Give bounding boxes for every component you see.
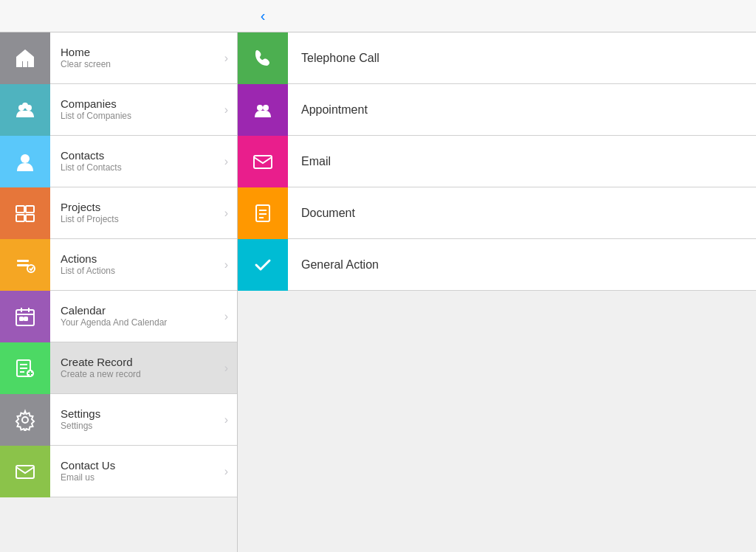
- sidebar: Home Clear screen › Companies List of Co…: [0, 32, 238, 552]
- sidebar-chevron-contact-us: ›: [224, 465, 228, 478]
- sidebar-item-companies[interactable]: Companies List of Companies ›: [0, 84, 237, 136]
- action-label-telephone-call: Telephone Call: [288, 52, 379, 65]
- sidebar-title-actions: Actions: [61, 252, 217, 266]
- sidebar-subtitle-contact-us: Email us: [61, 472, 217, 484]
- svg-rect-5: [16, 206, 24, 213]
- main-layout: Home Clear screen › Companies List of Co…: [0, 32, 756, 552]
- sidebar-item-projects[interactable]: Projects List of Projects ›: [0, 187, 237, 239]
- sidebar-item-actions[interactable]: Actions List of Actions ›: [0, 239, 237, 291]
- sidebar-subtitle-home: Clear screen: [61, 59, 217, 71]
- sidebar-text-create-record: Create Record Create a new record: [50, 355, 224, 381]
- back-button-container[interactable]: ‹: [238, 9, 289, 23]
- sidebar-text-contact-us: Contact Us Email us: [50, 458, 224, 484]
- action-item-telephone-call[interactable]: Telephone Call: [238, 32, 756, 84]
- appointment-icon: [238, 84, 288, 136]
- svg-rect-16: [20, 317, 23, 320]
- projects-icon: [0, 187, 50, 239]
- svg-rect-6: [16, 215, 24, 221]
- svg-point-3: [22, 103, 28, 108]
- sidebar-title-settings: Settings: [61, 407, 217, 421]
- sidebar-item-create-record[interactable]: Create Record Create a new record ›: [0, 342, 237, 394]
- svg-point-4: [21, 154, 30, 163]
- svg-point-27: [257, 105, 263, 111]
- sidebar-text-contacts: Contacts List of Contacts: [50, 148, 224, 174]
- sidebar-subtitle-settings: Settings: [61, 421, 217, 432]
- svg-point-11: [27, 265, 35, 272]
- email-icon: [0, 446, 50, 497]
- sidebar-title-companies: Companies: [61, 97, 217, 111]
- svg-rect-29: [254, 156, 272, 168]
- svg-rect-17: [24, 317, 27, 320]
- calendar-icon: [0, 291, 50, 342]
- back-chevron-icon: ‹: [261, 8, 266, 23]
- action-item-appointment[interactable]: Appointment: [238, 84, 756, 136]
- sidebar-text-actions: Actions List of Actions: [50, 252, 224, 277]
- sidebar-text-projects: Projects List of Projects: [50, 200, 224, 226]
- sidebar-text-calendar: Calendar Your Agenda And Calendar: [50, 303, 224, 329]
- sidebar-chevron-projects: ›: [224, 207, 228, 220]
- content-area: Telephone Call Appointment Email Documen…: [238, 32, 756, 552]
- checkmark-icon: [238, 239, 288, 291]
- document-icon: [238, 187, 288, 239]
- actions-icon: [0, 239, 50, 291]
- app-header: ‹: [0, 0, 756, 32]
- companies-icon: [0, 84, 50, 136]
- action-item-document[interactable]: Document: [238, 187, 756, 239]
- sidebar-chevron-calendar: ›: [224, 310, 228, 323]
- phone-icon: [238, 32, 288, 84]
- action-item-general-action[interactable]: General Action: [238, 239, 756, 291]
- svg-point-28: [263, 105, 269, 111]
- action-label-general-action: General Action: [288, 258, 379, 272]
- create-icon: [0, 342, 50, 394]
- email-icon: [238, 136, 288, 187]
- svg-point-25: [22, 417, 28, 423]
- action-label-appointment: Appointment: [288, 103, 368, 117]
- action-label-document: Document: [288, 207, 355, 220]
- settings-icon: [0, 394, 50, 446]
- sidebar-chevron-create-record: ›: [224, 362, 228, 375]
- svg-rect-10: [17, 264, 29, 266]
- sidebar-chevron-companies: ›: [224, 103, 228, 117]
- sidebar-item-calendar[interactable]: Calendar Your Agenda And Calendar ›: [0, 291, 237, 342]
- sidebar-title-calendar: Calendar: [61, 303, 217, 318]
- sidebar-text-home: Home Clear screen: [50, 45, 224, 71]
- sidebar-subtitle-actions: List of Actions: [61, 266, 217, 277]
- sidebar-subtitle-create-record: Create a new record: [61, 369, 217, 381]
- sidebar-chevron-contacts: ›: [224, 155, 228, 168]
- svg-rect-9: [17, 260, 29, 262]
- sidebar-chevron-home: ›: [224, 52, 228, 65]
- sidebar-item-contacts[interactable]: Contacts List of Contacts ›: [0, 136, 237, 187]
- sidebar-text-companies: Companies List of Companies: [50, 97, 224, 123]
- sidebar-text-settings: Settings Settings: [50, 407, 224, 432]
- sidebar-subtitle-companies: List of Companies: [61, 111, 217, 123]
- svg-rect-7: [26, 206, 34, 213]
- sidebar-chevron-actions: ›: [224, 258, 228, 272]
- sidebar-title-create-record: Create Record: [61, 355, 217, 370]
- sidebar-item-settings[interactable]: Settings Settings ›: [0, 394, 237, 446]
- back-button[interactable]: ‹: [261, 9, 267, 23]
- contacts-icon: [0, 136, 50, 187]
- svg-rect-0: [23, 61, 27, 67]
- sidebar-title-contacts: Contacts: [61, 148, 217, 163]
- svg-rect-26: [16, 466, 34, 478]
- svg-rect-8: [26, 215, 34, 221]
- sidebar-title-projects: Projects: [61, 200, 217, 215]
- action-label-email: Email: [288, 155, 331, 168]
- sidebar-title-home: Home: [61, 45, 217, 60]
- sidebar-chevron-settings: ›: [224, 413, 228, 427]
- sidebar-subtitle-contacts: List of Contacts: [61, 162, 217, 174]
- sidebar-subtitle-projects: List of Projects: [61, 214, 217, 226]
- sidebar-subtitle-calendar: Your Agenda And Calendar: [61, 317, 217, 329]
- sidebar-item-contact-us[interactable]: Contact Us Email us ›: [0, 446, 237, 497]
- action-item-email[interactable]: Email: [238, 136, 756, 187]
- sidebar-title-contact-us: Contact Us: [61, 458, 217, 473]
- home-icon: [0, 32, 50, 84]
- sidebar-item-home[interactable]: Home Clear screen ›: [0, 32, 237, 84]
